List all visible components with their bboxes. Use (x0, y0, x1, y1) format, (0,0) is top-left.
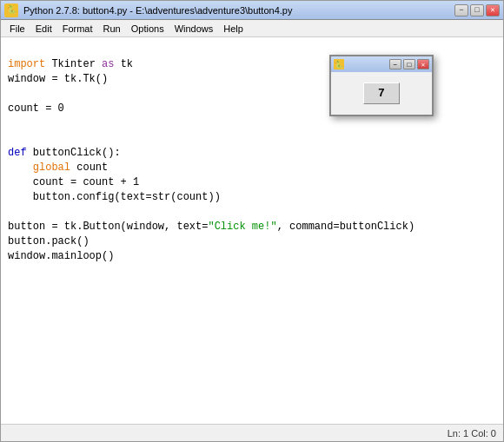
editor-area[interactable]: import Tkinter as tk window = tk.Tk() co… (1, 37, 503, 424)
maximize-button[interactable]: □ (470, 4, 484, 16)
minimize-button[interactable]: − (454, 4, 468, 16)
tk-content: 7 (331, 72, 432, 115)
title-bar: 🐍 Python 2.7.8: button4.py - E:\adventur… (1, 1, 503, 20)
app-icon: 🐍 (4, 3, 18, 17)
menu-edit[interactable]: Edit (30, 22, 57, 36)
window-title: Python 2.7.8: button4.py - E:\adventures… (22, 5, 454, 16)
menu-format[interactable]: Format (57, 22, 98, 36)
tk-controls: − □ ✕ (389, 59, 429, 69)
title-controls: − □ ✕ (454, 4, 500, 16)
tk-count-button[interactable]: 7 (363, 82, 400, 104)
tk-title-bar: 🐍 − □ ✕ (331, 56, 432, 72)
menu-help[interactable]: Help (218, 22, 249, 36)
tk-close-button[interactable]: ✕ (417, 59, 429, 69)
tk-app-icon: 🐍 (334, 59, 344, 69)
status-bar: Ln: 1 Col: 0 (1, 424, 503, 441)
tk-window: 🐍 − □ ✕ 7 (329, 55, 434, 116)
menu-run[interactable]: Run (98, 22, 126, 36)
menu-options[interactable]: Options (126, 22, 169, 36)
tk-minimize-button[interactable]: − (389, 59, 401, 69)
close-button[interactable]: ✕ (486, 4, 500, 16)
menu-bar: File Edit Format Run Options Windows Hel… (1, 20, 503, 37)
menu-file[interactable]: File (4, 22, 30, 36)
menu-windows[interactable]: Windows (169, 22, 219, 36)
tk-maximize-button[interactable]: □ (403, 59, 415, 69)
status-text: Ln: 1 Col: 0 (448, 428, 496, 439)
main-window: 🐍 Python 2.7.8: button4.py - E:\adventur… (0, 0, 504, 442)
